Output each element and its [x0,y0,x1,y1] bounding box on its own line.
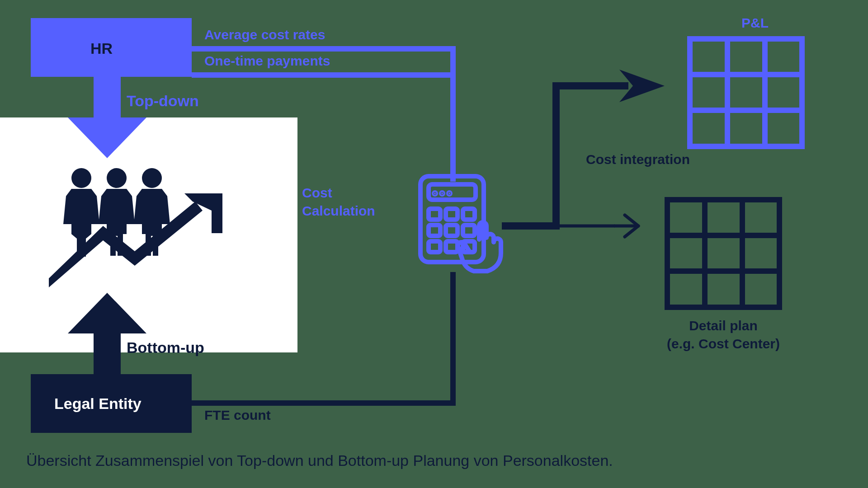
arrow-down-hr-icon [68,77,146,158]
svg-marker-9 [99,189,107,224]
svg-rect-29 [463,225,475,236]
cost-integration-label: Cost integration [586,152,690,167]
svg-rect-30 [429,241,440,252]
svg-rect-27 [429,225,440,236]
svg-line-39 [625,215,638,226]
svg-marker-16 [68,293,146,374]
svg-rect-25 [446,209,458,220]
svg-marker-6 [63,189,71,224]
svg-rect-17 [192,400,456,406]
hr-connector-down-icon [450,46,456,182]
svg-rect-26 [463,209,475,220]
detail-plan-label-2: (e.g. Cost Center) [646,336,800,352]
svg-point-5 [71,168,91,188]
hr-connector-line-1-icon [192,46,456,52]
svg-marker-12 [134,189,142,224]
svg-marker-13 [162,189,170,224]
svg-rect-28 [446,225,458,236]
svg-marker-7 [91,189,99,224]
svg-point-11 [142,168,162,188]
figure-caption: Übersicht Zusammenspiel von Top-down und… [26,452,613,469]
pl-label: P&L [741,15,769,31]
cost-calc-label-2: Calculation [302,203,375,219]
diagram-canvas: { "hr_block": { "title": "HR", "output1"… [0,0,868,488]
detail-plan-label-1: Detail plan [656,318,791,333]
hr-direction-label: Top-down [127,92,199,110]
svg-rect-2 [192,75,456,78]
svg-rect-46 [667,200,779,307]
svg-point-21 [434,192,436,194]
svg-marker-10 [127,189,135,224]
hr-output-2-label: One-time payments [204,53,330,69]
legal-connector-up-icon [450,272,456,406]
svg-point-23 [448,192,450,194]
legal-connector-line-icon [192,400,456,406]
hr-connector-line-2-icon [192,72,456,78]
svg-point-8 [107,168,127,188]
people-growth-icon [49,165,222,287]
arrow-up-legal-icon [68,293,146,374]
svg-rect-41 [690,39,802,146]
pl-grid-icon [687,36,805,149]
legal-output-label: FTE count [204,408,271,423]
svg-rect-18 [450,272,456,406]
hr-title: HR [90,40,113,57]
detail-grid-icon [665,197,782,310]
svg-marker-0 [68,77,146,158]
svg-rect-3 [192,72,456,75]
svg-rect-4 [450,46,456,182]
cost-calc-label-1: Cost [302,185,332,201]
svg-rect-1 [192,46,456,52]
svg-line-40 [625,226,638,237]
svg-rect-24 [429,209,440,220]
legal-direction-label: Bottom-up [127,339,204,357]
legal-entity-title: Legal Entity [54,395,142,413]
calculator-touch-icon [416,172,506,276]
svg-point-22 [441,192,443,194]
hr-output-1-label: Average cost rates [204,27,325,42]
